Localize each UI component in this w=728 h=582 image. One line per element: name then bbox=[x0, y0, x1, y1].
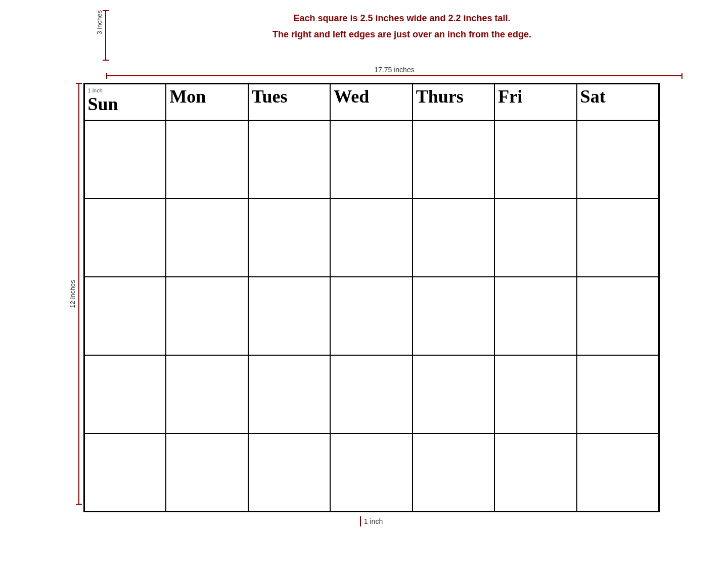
day-label-sat: Sat bbox=[580, 87, 655, 106]
header-fri: Fri bbox=[494, 84, 576, 120]
calendar-cell bbox=[248, 120, 330, 199]
calendar-cell bbox=[413, 277, 495, 355]
calendar-cell bbox=[330, 120, 412, 199]
calendar-cell bbox=[330, 277, 412, 355]
calendar-cell bbox=[577, 433, 659, 512]
left-ruler: 12 inches bbox=[69, 83, 79, 505]
calendar-cell bbox=[330, 199, 412, 277]
top-vertical-ruler-line bbox=[105, 10, 106, 61]
width-ruler-line bbox=[106, 75, 682, 76]
info-text: Each square is 2.5 inches wide and 2.2 i… bbox=[111, 10, 693, 43]
calendar-cell bbox=[248, 433, 330, 512]
calendar-cell bbox=[84, 277, 166, 355]
calendar-cell bbox=[494, 433, 576, 512]
bottom-ruler: 1 inch bbox=[360, 516, 383, 526]
calendar-cell bbox=[494, 120, 576, 199]
calendar-cell bbox=[413, 199, 495, 277]
calendar-cell bbox=[248, 199, 330, 277]
top-annotations: 3 inches Each square is 2.5 inches wide … bbox=[35, 10, 693, 76]
calendar-grid: 1 inchSunMonTuesWedThursFriSat bbox=[83, 83, 660, 512]
calendar-row bbox=[84, 199, 659, 277]
calendar-cell bbox=[84, 120, 166, 199]
calendar-cell bbox=[84, 199, 166, 277]
calendar-row bbox=[84, 277, 659, 355]
day-label-wed: Wed bbox=[334, 87, 408, 106]
page-container: 3 inches Each square is 2.5 inches wide … bbox=[35, 10, 693, 526]
calendar-cell bbox=[577, 277, 659, 355]
calendar-cell bbox=[494, 277, 576, 355]
header-sat: Sat bbox=[577, 84, 659, 120]
calendar-cell bbox=[166, 199, 248, 277]
calendar-cell bbox=[494, 355, 576, 433]
day-label-tues: Tues bbox=[252, 87, 327, 106]
height-main-label: 12 inches bbox=[69, 280, 76, 308]
header-thurs: Thurs bbox=[413, 84, 495, 120]
header-row: 1 inchSunMonTuesWedThursFriSat bbox=[84, 84, 659, 120]
header-sun: 1 inchSun bbox=[84, 84, 166, 120]
calendar-cell bbox=[84, 355, 166, 433]
bottom-ruler-line bbox=[360, 516, 361, 526]
header-wed: Wed bbox=[330, 84, 412, 120]
calendar-wrapper: 1 inchSunMonTuesWedThursFriSat 1 inch bbox=[83, 83, 660, 526]
header-tues: Tues bbox=[248, 84, 330, 120]
calendar-cell bbox=[84, 433, 166, 512]
calendar-cell bbox=[166, 120, 248, 199]
calendar-cell bbox=[577, 120, 659, 199]
calendar-cell bbox=[330, 433, 412, 512]
calendar-cell bbox=[413, 433, 495, 512]
calendar-cell bbox=[413, 355, 495, 433]
calendar-cell bbox=[330, 355, 412, 433]
day-label-mon: Mon bbox=[169, 87, 244, 106]
calendar-cell bbox=[577, 199, 659, 277]
width-label: 17.75 inches bbox=[374, 66, 414, 74]
main-area: 12 inches 1 inchSunMonTuesWedThursFriSat… bbox=[69, 83, 660, 526]
width-ruler-container: 17.75 inches bbox=[66, 66, 693, 76]
width-ruler: 17.75 inches bbox=[106, 66, 682, 76]
day-label-thurs: Thurs bbox=[416, 87, 491, 106]
corner-annotation: 1 inch bbox=[88, 87, 103, 93]
calendar-cell bbox=[166, 277, 248, 355]
calendar-cell bbox=[166, 355, 248, 433]
calendar-cell bbox=[248, 277, 330, 355]
info-line1: Each square is 2.5 inches wide and 2.2 i… bbox=[111, 10, 693, 26]
header-mon: Mon bbox=[166, 84, 248, 120]
calendar-cell bbox=[494, 199, 576, 277]
height-top-label: 3 inches bbox=[96, 10, 103, 34]
calendar-row bbox=[84, 355, 659, 433]
day-label-sun: Sun bbox=[88, 95, 163, 113]
calendar-row bbox=[84, 120, 659, 199]
calendar-cell bbox=[166, 433, 248, 512]
calendar-row bbox=[84, 433, 659, 512]
calendar-cell bbox=[577, 355, 659, 433]
day-label-fri: Fri bbox=[498, 87, 573, 106]
calendar-cell bbox=[248, 355, 330, 433]
info-line2: The right and left edges are just over a… bbox=[111, 26, 693, 42]
main-vertical-ruler-line bbox=[78, 83, 79, 505]
calendar-cell bbox=[413, 120, 495, 199]
bottom-label: 1 inch bbox=[364, 517, 383, 525]
